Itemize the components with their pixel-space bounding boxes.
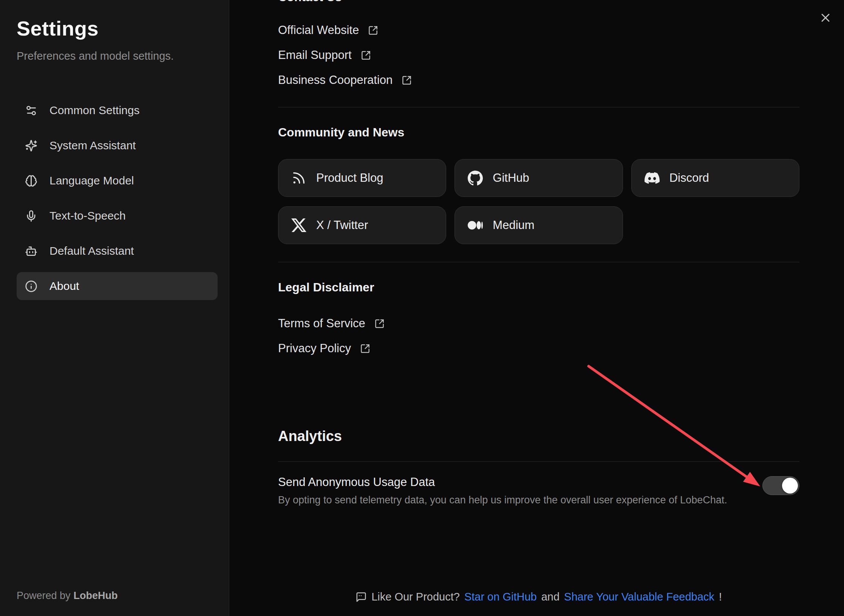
legal-links: Terms of Service Privacy Policy xyxy=(278,311,799,361)
toggle-knob xyxy=(782,478,798,494)
sidebar-item-label: Language Model xyxy=(49,174,134,187)
sidebar-item-label: Default Assistant xyxy=(49,245,134,257)
product-blog-button[interactable]: Product Blog xyxy=(278,159,446,197)
x-twitter-button[interactable]: X / Twitter xyxy=(278,206,446,244)
sidebar-item-text-to-speech[interactable]: Text-to-Speech xyxy=(17,202,218,230)
button-label: X / Twitter xyxy=(316,218,368,232)
powered-by-label: Powered by xyxy=(17,590,71,601)
github-button[interactable]: GitHub xyxy=(454,159,623,197)
github-icon xyxy=(468,170,483,186)
link-label: Privacy Policy xyxy=(278,342,351,355)
sliders-icon xyxy=(25,104,37,117)
button-label: Product Blog xyxy=(316,171,383,185)
settings-sidebar: Settings Preferences and model settings.… xyxy=(0,0,229,616)
external-link-icon xyxy=(360,344,370,354)
close-button[interactable] xyxy=(817,9,834,26)
sidebar-item-label: Text-to-Speech xyxy=(49,209,126,222)
usage-data-setting: Send Anonymous Usage Data By opting to s… xyxy=(278,475,799,506)
settings-nav: Common Settings System Assistant Languag… xyxy=(17,96,218,300)
sidebar-item-default-assistant[interactable]: Default Assistant xyxy=(17,237,218,265)
star-on-github-link[interactable]: Star on GitHub xyxy=(464,591,537,603)
community-buttons: Product Blog GitHub Discord X / Twitter … xyxy=(278,159,799,244)
medium-icon xyxy=(468,218,483,233)
external-link-icon xyxy=(368,25,378,36)
sidebar-item-label: About xyxy=(49,280,79,293)
product-footer: Like Our Product? Star on GitHub and Sha… xyxy=(278,591,799,603)
usage-data-toggle[interactable] xyxy=(762,476,799,495)
share-feedback-link[interactable]: Share Your Valuable Feedback xyxy=(564,591,714,603)
about-settings-panel: Contact Us Official Website Email Suppor… xyxy=(230,0,844,616)
footer-conjunction: and xyxy=(541,591,560,603)
link-label: Terms of Service xyxy=(278,317,365,330)
community-heading: Community and News xyxy=(278,125,799,139)
button-label: Discord xyxy=(669,171,709,185)
external-link-icon xyxy=(361,50,371,60)
rss-icon xyxy=(291,170,306,186)
email-support-link[interactable]: Email Support xyxy=(278,43,371,68)
mic-icon xyxy=(25,210,37,222)
terms-of-service-link[interactable]: Terms of Service xyxy=(278,311,385,336)
contact-links: Official Website Email Support Business … xyxy=(278,18,799,93)
sidebar-item-system-assistant[interactable]: System Assistant xyxy=(17,132,218,159)
sidebar-item-common-settings[interactable]: Common Settings xyxy=(17,96,218,124)
setting-label: Send Anonymous Usage Data xyxy=(278,475,727,489)
medium-button[interactable]: Medium xyxy=(454,206,623,244)
section-divider xyxy=(278,461,799,462)
close-icon xyxy=(819,11,832,25)
footer-prefix: Like Our Product? xyxy=(371,591,460,603)
message-square-icon xyxy=(356,591,367,603)
sidebar-item-language-model[interactable]: Language Model xyxy=(17,167,218,195)
section-divider xyxy=(278,262,799,262)
bot-icon xyxy=(25,245,37,257)
contact-us-heading: Contact Us xyxy=(278,0,799,4)
business-cooperation-link[interactable]: Business Cooperation xyxy=(278,68,412,93)
setting-description: By opting to send telemetry data, you ca… xyxy=(278,494,727,506)
button-label: Medium xyxy=(493,218,534,232)
privacy-policy-link[interactable]: Privacy Policy xyxy=(278,336,370,361)
button-label: GitHub xyxy=(493,171,529,185)
external-link-icon xyxy=(402,75,412,85)
link-label: Email Support xyxy=(278,48,352,62)
powered-by: Powered byLobeHub xyxy=(17,590,118,602)
link-label: Official Website xyxy=(278,23,359,37)
external-link-icon xyxy=(374,319,385,329)
page-subtitle: Preferences and model settings. xyxy=(17,50,218,62)
footer-suffix: ! xyxy=(719,591,722,603)
usage-data-text: Send Anonymous Usage Data By opting to s… xyxy=(278,475,727,506)
sidebar-item-about[interactable]: About xyxy=(17,272,218,300)
link-label: Business Cooperation xyxy=(278,73,393,87)
info-icon xyxy=(25,280,37,293)
sidebar-item-label: Common Settings xyxy=(49,104,139,117)
discord-button[interactable]: Discord xyxy=(631,159,799,197)
sparkles-icon xyxy=(25,139,37,152)
legal-heading: Legal Disclaimer xyxy=(278,280,799,294)
official-website-link[interactable]: Official Website xyxy=(278,18,378,43)
analytics-heading: Analytics xyxy=(278,428,799,444)
section-divider xyxy=(278,107,799,107)
x-icon xyxy=(291,218,306,233)
sidebar-item-label: System Assistant xyxy=(49,139,136,152)
lobehub-brand: LobeHub xyxy=(74,590,118,601)
page-title: Settings xyxy=(17,17,218,40)
brain-icon xyxy=(25,175,37,187)
discord-icon xyxy=(645,170,660,186)
